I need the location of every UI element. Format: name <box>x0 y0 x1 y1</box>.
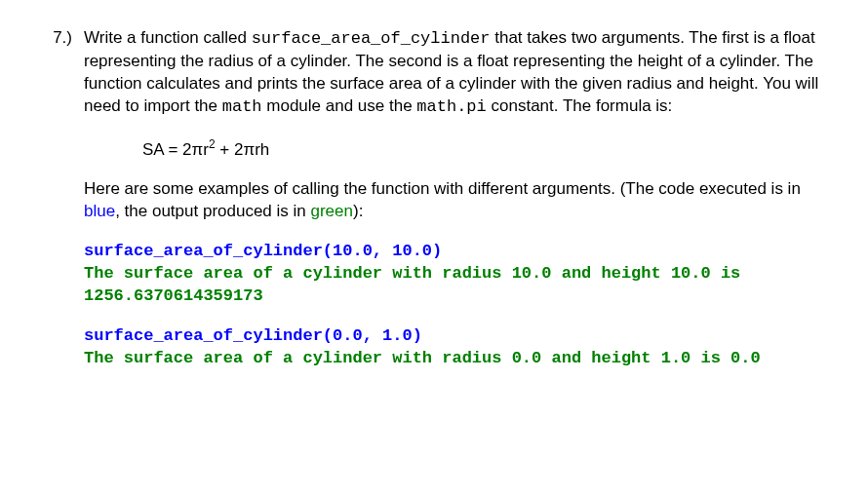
examples-intro-2: , the output produced is in <box>115 202 310 220</box>
examples-intro-3: ): <box>353 202 363 220</box>
example-2-call: surface_area_of_cylinder(0.0, 1.0) <box>84 325 829 348</box>
formula: SA = 2πr2 + 2πrh <box>142 136 829 162</box>
intro-text-1: Write a function called <box>84 28 252 47</box>
constant-name: math.pi <box>416 97 486 116</box>
intro-text-3: module and use the <box>262 96 417 115</box>
intro-paragraph: Write a function called surface_area_of_… <box>84 27 829 119</box>
examples-intro: Here are some examples of calling the fu… <box>84 178 829 223</box>
question-number: 7.) <box>39 27 84 370</box>
blue-word: blue <box>84 202 115 220</box>
examples-intro-1: Here are some examples of calling the fu… <box>84 179 801 198</box>
green-word: green <box>311 202 353 220</box>
example-1-output: The surface area of a cylinder with radi… <box>84 263 829 308</box>
module-name: math <box>222 97 262 116</box>
question-block: 7.) Write a function called surface_area… <box>39 27 829 370</box>
function-name: surface_area_of_cylinder <box>252 29 491 48</box>
example-2-output: The surface area of a cylinder with radi… <box>84 348 829 370</box>
page: 7.) Write a function called surface_area… <box>0 0 868 390</box>
intro-text-4: constant. The formula is: <box>487 96 673 115</box>
example-1-call: surface_area_of_cylinder(10.0, 10.0) <box>84 241 829 263</box>
question-body: Write a function called surface_area_of_… <box>84 27 829 370</box>
